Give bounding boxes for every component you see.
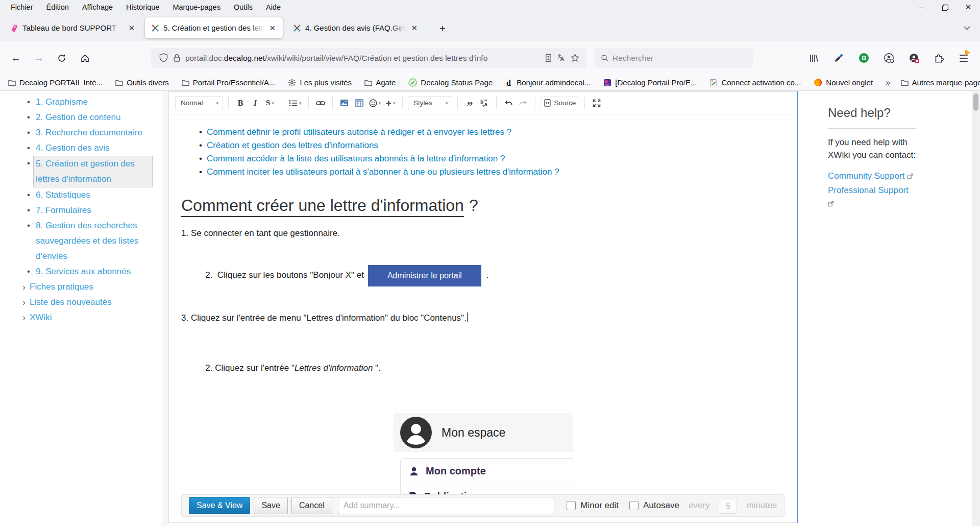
app-menu-icon[interactable] (958, 52, 970, 64)
restore-button[interactable] (933, 0, 957, 14)
menu-affichage[interactable]: Affichage (77, 2, 118, 13)
save-button[interactable]: Save (254, 497, 287, 514)
profile-icon[interactable] (883, 52, 895, 64)
faq-link[interactable]: Comment définir le profil utilisateurs a… (207, 127, 511, 137)
autosave-checkbox[interactable] (629, 501, 639, 510)
strikethrough-dropdown[interactable]: S▾ (263, 96, 277, 110)
green-extension-icon[interactable]: B (857, 52, 870, 64)
search-bar[interactable] (595, 48, 753, 68)
sidebar-link[interactable]: 2. Gestion de contenu (36, 112, 120, 122)
url-bar[interactable]: portail.doc.decalog.net/xwiki/wiki/porta… (151, 48, 586, 68)
reload-button[interactable] (54, 50, 70, 66)
paragraph-format-dropdown[interactable]: Normal▾ (175, 96, 223, 110)
emoji-dropdown[interactable]: ▾ (368, 96, 383, 110)
menu-outils[interactable]: Outils (228, 2, 258, 13)
menu-fichier[interactable]: Fichier (5, 2, 39, 13)
back-button[interactable]: ← (8, 50, 24, 66)
forward-button[interactable]: → (31, 50, 47, 66)
bookmark-agate[interactable]: Agate (364, 78, 396, 87)
sidebar-tree-link[interactable]: Liste des nouveautés (30, 297, 112, 307)
menu-aide[interactable]: Aide (260, 2, 286, 13)
tab-close-icon[interactable]: ✕ (266, 22, 279, 34)
administrer-portail-button-image[interactable]: Administrer le portail (368, 265, 481, 286)
language-button[interactable]: ba (478, 96, 491, 110)
redo-button[interactable] (517, 96, 530, 110)
account-sync-error-icon[interactable] (908, 52, 920, 64)
close-button[interactable]: ✕ (957, 0, 980, 14)
bookmark-portail-pro[interactable]: Portail Pro/Essentiel/A... (182, 78, 276, 87)
bookmark-decalog-portail[interactable]: Decalog PORTAIL Inté... (8, 78, 103, 87)
folder-icon (901, 79, 909, 86)
search-input[interactable] (612, 54, 735, 63)
need-help-panel: Need help? If you need help with XWiki y… (828, 106, 916, 210)
lock-icon[interactable] (170, 52, 183, 65)
sidebar-link[interactable]: 1. Graphisme (36, 97, 88, 107)
faq-link[interactable]: Création et gestion des lettres d'inform… (207, 140, 378, 150)
bookmark-connect-activation[interactable]: Connect activation co... (709, 78, 801, 87)
faq-link[interactable]: Comment inciter les utilisateurs portail… (207, 167, 559, 177)
bookmark-decalog-portail-pro[interactable]: [Decalog Portail Pro/E... (603, 78, 697, 87)
menu-marque-pages[interactable]: Marque-pages (167, 2, 226, 13)
sidebar-link-selected[interactable]: 5. Création et gestion des lettres d'inf… (33, 156, 153, 187)
sidebar-tree-link[interactable]: XWiki (30, 313, 52, 322)
link-button[interactable] (314, 96, 327, 110)
reader-mode-icon[interactable] (542, 52, 555, 65)
cancel-button[interactable]: Cancel (291, 497, 332, 514)
home-button[interactable] (77, 50, 93, 66)
sidebar-link[interactable]: 3. Recherche documentaire (36, 128, 142, 137)
shield-icon[interactable] (157, 52, 170, 65)
styles-dropdown[interactable]: Styles▾ (408, 96, 452, 110)
bookmark-les-plus-visites[interactable]: Les plus visités (288, 78, 352, 87)
list-dropdown[interactable]: ▾ (287, 96, 303, 110)
menu-edition[interactable]: Édition (41, 2, 75, 13)
sidebar-link[interactable]: 7. Formulaires (36, 205, 91, 215)
maximize-editor-button[interactable] (590, 96, 603, 110)
source-button[interactable]: Source (541, 96, 579, 110)
bookmark-bonjour-admin[interactable]: d Bonjour admindecal... (505, 78, 591, 87)
new-tab-button[interactable]: + (435, 21, 450, 36)
sidebar-tree-link[interactable]: Fiches pratiques (30, 282, 93, 292)
image-button[interactable] (338, 96, 351, 110)
sidebar-link[interactable]: 4. Gestion des avis (36, 143, 110, 153)
step-1: 1. Se connecter en tant que gestionnaire… (181, 227, 781, 240)
tab-close-icon[interactable]: ✕ (125, 22, 138, 34)
undo-button[interactable] (502, 96, 515, 110)
scrollbar-thumb[interactable] (973, 93, 978, 111)
community-support-link[interactable]: Community Support (828, 170, 916, 183)
minor-edit-checkbox[interactable] (567, 501, 576, 510)
tab-dashboard-support[interactable]: Tableau de bord SUPPORT ✕ (4, 17, 142, 38)
translate-icon[interactable]: A (555, 52, 568, 65)
bookmark-nouvel-onglet[interactable]: Nouvel onglet (814, 78, 873, 87)
blockquote-button[interactable]: ” (463, 96, 476, 110)
insert-more-dropdown[interactable]: +▾ (384, 96, 397, 110)
tab-creation-lettres[interactable]: 5. Création et gestion des lettres ✕ (145, 17, 283, 38)
professional-support-link[interactable]: Professional Support (828, 184, 916, 210)
tab-close-icon[interactable]: ✕ (408, 22, 421, 34)
gear-icon (288, 79, 296, 87)
bookmarks-overflow-chevron[interactable]: » (886, 78, 889, 88)
bookmark-star-icon[interactable] (568, 52, 581, 65)
page-scrollbar[interactable] (972, 91, 980, 526)
bookmark-outils-divers[interactable]: Outils divers (115, 78, 169, 87)
table-button[interactable] (353, 96, 366, 110)
autosave-interval-input[interactable] (719, 498, 737, 514)
embedded-screenshot[interactable]: Mon espace Mon compte Publications (394, 413, 573, 494)
minimize-button[interactable]: – (910, 0, 933, 14)
sidebar-link[interactable]: 9. Services aux abonnés (36, 267, 131, 276)
summary-input[interactable] (338, 497, 554, 514)
color-picker-icon[interactable] (832, 52, 845, 64)
tab-gestion-avis[interactable]: 4. Gestion des avis (FAQ.Gestion ✕ (287, 17, 425, 38)
editor-content[interactable]: Comment définir le profil utilisateurs a… (169, 114, 797, 494)
library-icon[interactable] (807, 52, 820, 64)
menu-historique[interactable]: Historique (120, 2, 165, 13)
bookmark-decalog-status[interactable]: Decalog Status Page (408, 78, 493, 87)
sidebar-link[interactable]: 8. Gestion des recherches sauvegardées e… (36, 221, 138, 261)
sidebar-link[interactable]: 6. Statistiques (36, 190, 90, 200)
list-all-tabs-button[interactable] (961, 23, 973, 33)
bookmark-autres-marque-pages[interactable]: Autres marque-pages (901, 78, 980, 87)
extensions-puzzle-icon[interactable] (933, 52, 945, 64)
italic-button[interactable]: I (249, 96, 262, 110)
save-and-view-button[interactable]: Save & View (189, 497, 250, 514)
faq-link[interactable]: Comment accéder à la liste des utilisate… (207, 154, 505, 163)
bold-button[interactable]: B (234, 96, 247, 110)
